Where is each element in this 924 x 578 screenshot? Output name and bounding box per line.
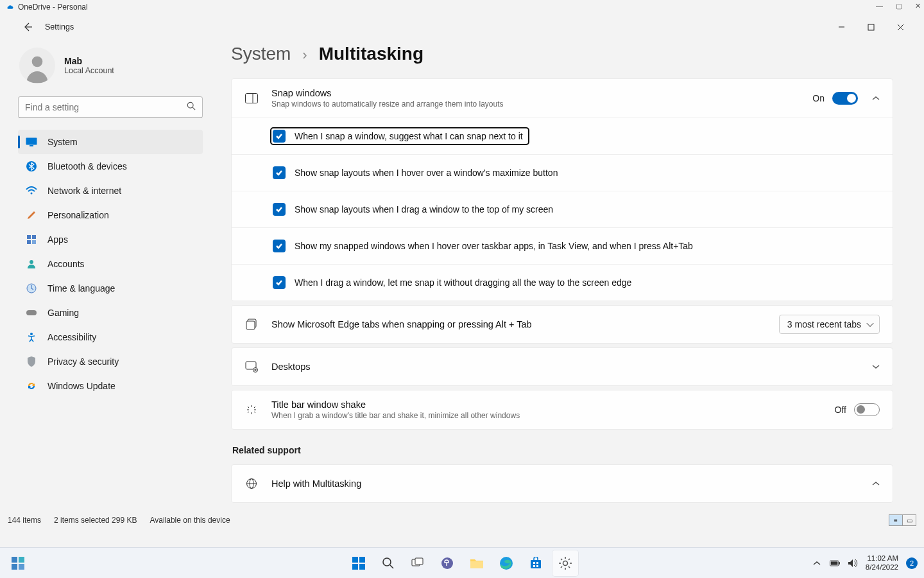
taskbar-search-button[interactable]	[375, 550, 401, 576]
nav-item-network[interactable]: Network & internet	[18, 179, 203, 203]
chevron-right-icon: ›	[302, 47, 307, 64]
close-button[interactable]	[886, 17, 915, 37]
nav-item-bluetooth[interactable]: Bluetooth & devices	[18, 154, 203, 179]
clock-date: 8/24/2022	[866, 563, 898, 572]
file-explorer-button[interactable]	[464, 550, 490, 576]
nav-item-system[interactable]: System	[18, 130, 203, 154]
svg-rect-13	[27, 240, 31, 244]
snap-toggle[interactable]	[832, 92, 858, 105]
svg-line-28	[248, 407, 249, 408]
battery-icon[interactable]	[830, 558, 840, 568]
taskbar-center	[346, 550, 578, 576]
shake-toggle[interactable]	[854, 403, 880, 416]
person-icon	[26, 258, 37, 270]
svg-rect-55	[536, 562, 538, 564]
start-button[interactable]	[346, 550, 372, 576]
edge-button[interactable]	[493, 550, 519, 576]
clock-globe-icon	[26, 283, 37, 294]
nav-item-windows-update[interactable]: Windows Update	[18, 374, 203, 398]
snap-windows-header-row[interactable]: Snap windows Snap windows to automatical…	[232, 79, 893, 118]
checkbox-checked-icon	[273, 166, 286, 179]
search-box[interactable]	[18, 96, 203, 118]
desktops-icon	[244, 360, 259, 374]
edge-tabs-title: Show Microsoft Edge tabs when snapping o…	[271, 319, 779, 329]
back-button[interactable]	[22, 21, 33, 33]
desktops-row[interactable]: Desktops	[232, 348, 893, 385]
background-window-controls: — ▢ ✕	[876, 2, 921, 10]
nav-label: Apps	[47, 234, 68, 245]
settings-titlebar: Settings	[8, 15, 924, 39]
wifi-icon	[26, 185, 37, 197]
sidebar: Mab Local Account System Bluetooth & dev…	[8, 39, 213, 528]
maximize-button[interactable]	[856, 17, 886, 37]
tray-chevron-up-icon[interactable]	[812, 558, 822, 568]
store-button[interactable]	[523, 550, 549, 576]
taskbar: 11:02 AM 8/24/2022 2	[0, 547, 924, 578]
help-globe-icon	[244, 477, 259, 491]
nav-item-time-language[interactable]: Time & language	[18, 276, 203, 301]
snap-option-3[interactable]: Show my snapped windows when I hover ove…	[270, 237, 699, 255]
nav-item-apps[interactable]: Apps	[18, 227, 203, 252]
snap-option-label: When I snap a window, suggest what I can…	[295, 131, 523, 141]
nav-item-privacy[interactable]: Privacy & security	[18, 349, 203, 374]
view-details-button[interactable]: ≡	[889, 514, 903, 526]
bg-minimize-button[interactable]: —	[876, 2, 883, 10]
snap-subtitle: Snap windows to automatically resize and…	[271, 100, 812, 109]
account-block[interactable]: Mab Local Account	[18, 42, 203, 96]
svg-line-66	[569, 559, 570, 560]
account-type: Local Account	[64, 66, 114, 75]
taskbar-clock[interactable]: 11:02 AM 8/24/2022	[866, 554, 898, 571]
snap-option-0[interactable]: When I snap a window, suggest what I can…	[270, 127, 529, 145]
svg-rect-42	[352, 557, 358, 563]
system-tray: 11:02 AM 8/24/2022 2	[812, 554, 918, 571]
breadcrumb-parent[interactable]: System	[231, 44, 291, 64]
help-row[interactable]: Help with Multitasking	[232, 465, 893, 502]
svg-rect-57	[536, 565, 538, 567]
snap-layouts-icon	[244, 91, 259, 105]
notification-badge[interactable]: 2	[906, 557, 918, 569]
checkbox-checked-icon	[273, 203, 286, 216]
svg-rect-11	[27, 235, 31, 239]
breadcrumb: System › Multitasking	[231, 44, 893, 64]
chat-button[interactable]	[434, 550, 460, 576]
nav-item-accounts[interactable]: Accounts	[18, 252, 203, 276]
snap-option-1[interactable]: Show snap layouts when I hover over a wi…	[270, 164, 564, 182]
svg-point-5	[187, 102, 193, 108]
svg-line-6	[193, 107, 195, 110]
snap-option-2[interactable]: Show snap layouts when I drag a window t…	[270, 200, 560, 218]
settings-button[interactable]	[552, 550, 578, 576]
nav-item-personalization[interactable]: Personalization	[18, 203, 203, 227]
bg-close-button[interactable]: ✕	[915, 2, 921, 10]
widgets-button[interactable]	[5, 550, 31, 576]
chevron-down-icon	[872, 362, 880, 371]
minimize-button[interactable]	[826, 17, 856, 37]
svg-line-63	[561, 559, 562, 560]
svg-rect-38	[12, 557, 17, 563]
shake-title: Title bar window shake	[271, 399, 835, 410]
search-input[interactable]	[25, 102, 187, 112]
svg-rect-54	[533, 562, 535, 564]
nav-item-accessibility[interactable]: Accessibility	[18, 325, 203, 349]
volume-icon[interactable]	[848, 558, 858, 568]
chevron-up-icon[interactable]	[872, 94, 880, 103]
help-group: Help with Multitasking	[231, 464, 893, 503]
task-view-button[interactable]	[405, 550, 431, 576]
shield-icon	[26, 356, 37, 367]
svg-line-64	[569, 566, 570, 568]
svg-point-46	[383, 558, 391, 566]
snap-option-label: Show snap layouts when I drag a window t…	[295, 204, 553, 215]
svg-point-10	[31, 193, 33, 195]
desktops-title: Desktops	[271, 362, 866, 372]
bg-maximize-button[interactable]: ▢	[896, 2, 902, 10]
svg-rect-8	[30, 145, 33, 146]
snap-option-row-1: Show snap layouts when I hover over a wi…	[232, 154, 893, 191]
edge-tabs-select[interactable]: 3 most recent tabs	[779, 315, 880, 334]
chevron-up-icon	[872, 479, 880, 488]
snap-option-label: When I drag a window, let me snap it wit…	[295, 277, 631, 288]
snap-option-4[interactable]: When I drag a window, let me snap it wit…	[270, 274, 638, 292]
view-thumbnails-button[interactable]: ▭	[902, 514, 916, 526]
nav-label: Network & internet	[47, 186, 121, 196]
nav-item-gaming[interactable]: Gaming	[18, 301, 203, 325]
onedrive-icon	[5, 3, 14, 12]
shake-state-label: Off	[835, 405, 846, 415]
